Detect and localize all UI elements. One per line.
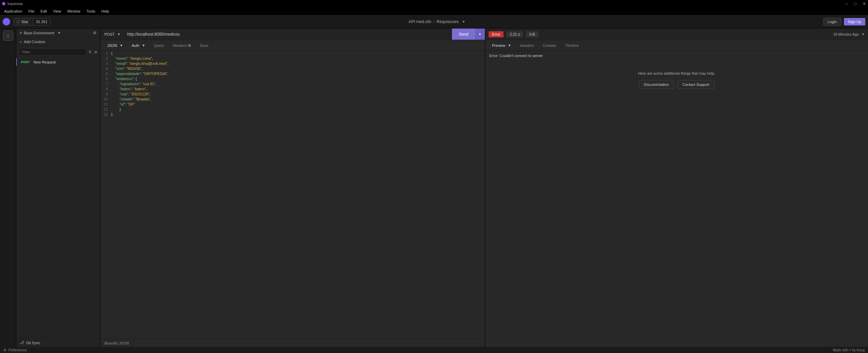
statusbar: ⚙ Preferences Made with ♥ by Kong xyxy=(0,347,868,353)
method-selector[interactable]: POST ▼ xyxy=(100,29,124,40)
menu-window[interactable]: Window xyxy=(64,8,83,14)
method-badge: POST xyxy=(21,60,30,64)
tab-resp-timeline[interactable]: Timeline xyxy=(561,41,583,50)
menu-view[interactable]: View xyxy=(51,8,64,14)
response-panel: Error 2.21 s 0 B 18 Minutes Ago ▼ Previe… xyxy=(485,29,868,347)
tab-resp-cookies[interactable]: Cookies xyxy=(539,41,560,50)
chevron-down-icon: ▼ xyxy=(862,33,865,36)
tab-docs[interactable]: Docs xyxy=(196,41,212,50)
environment-label: Base Environment xyxy=(24,31,54,35)
help-text: Here are some additional things that may… xyxy=(489,71,864,75)
tab-preview[interactable]: Preview▼ xyxy=(488,41,515,50)
error-message: Error: Couldn't connect to server xyxy=(489,54,864,58)
rail: ⌂ xyxy=(0,29,16,347)
git-sync-label: Git Sync xyxy=(26,341,40,345)
menu-edit[interactable]: Edit xyxy=(38,8,50,14)
chevron-down-icon: ▼ xyxy=(120,44,123,47)
menu-file[interactable]: File xyxy=(26,8,37,14)
git-sync-button[interactable]: ⎇ Git Sync xyxy=(16,338,100,347)
home-icon: ⌂ xyxy=(6,33,9,38)
request-panel: POST ▼ Send ▼ JSON▼ Auth▼ Query Headers … xyxy=(100,29,485,347)
titlebar: Insomnia ─ □ ✕ xyxy=(0,0,868,7)
maximize-icon[interactable]: □ xyxy=(854,1,856,6)
breadcrumb-project[interactable]: API med.clin xyxy=(409,19,431,24)
chevron-down-icon: ▼ xyxy=(117,33,120,36)
tab-auth-label: Auth xyxy=(132,43,139,48)
menu-help[interactable]: Help xyxy=(99,8,112,14)
documentation-button[interactable]: Documentation xyxy=(639,80,674,89)
chevron-down-icon[interactable]: ▼ xyxy=(462,20,465,23)
gear-icon: ⚙ xyxy=(3,348,6,352)
app-icon xyxy=(2,2,5,5)
tab-body-label: JSON xyxy=(107,43,117,48)
request-item[interactable]: POST New Request xyxy=(16,58,100,66)
github-star-button[interactable]: ◌Star 31.251 xyxy=(14,18,51,25)
add-icon[interactable]: ⊕ xyxy=(94,50,97,54)
star-label: Star xyxy=(21,20,28,24)
tab-auth[interactable]: Auth▼ xyxy=(127,41,149,50)
history-dropdown[interactable]: 18 Minutes Ago ▼ xyxy=(833,32,865,36)
history-label: 18 Minutes Ago xyxy=(833,32,859,36)
request-name: New Request xyxy=(34,60,56,64)
breadcrumb-sep: / xyxy=(433,19,434,24)
tab-preview-label: Preview xyxy=(492,43,505,48)
env-dot-icon xyxy=(20,32,22,34)
home-button[interactable]: ⌂ xyxy=(3,31,13,41)
menubar: Application File Edit View Window Tools … xyxy=(0,7,868,15)
star-count: 31.251 xyxy=(33,18,50,25)
add-cookies-button[interactable]: ○ Add Cookies xyxy=(16,37,100,46)
status-badge: Error xyxy=(489,31,504,37)
environment-selector[interactable]: Base Environment ▼ xyxy=(20,31,61,35)
response-size: 0 B xyxy=(526,31,538,37)
tab-query[interactable]: Query xyxy=(150,41,168,50)
request-list: POST New Request xyxy=(16,58,100,338)
contact-support-button[interactable]: Contact Support xyxy=(677,80,715,89)
menu-tools[interactable]: Tools xyxy=(84,8,98,14)
branch-icon: ⎇ xyxy=(20,340,24,345)
method-label: POST xyxy=(104,32,115,36)
sort-icon[interactable]: ⇅ xyxy=(88,50,92,54)
response-time: 2.21 s xyxy=(506,31,523,37)
minimize-icon[interactable]: ─ xyxy=(845,1,848,6)
app-title: Insomnia xyxy=(7,2,23,6)
menu-application[interactable]: Application xyxy=(1,8,25,14)
url-input[interactable] xyxy=(124,29,452,40)
send-button[interactable]: Send xyxy=(452,29,475,40)
tab-resp-headers[interactable]: Headers xyxy=(516,41,538,50)
tab-headers-label: Headers xyxy=(173,43,187,48)
toolbar: ◌Star 31.251 API med.clin / Requisicoes … xyxy=(0,15,868,29)
close-icon[interactable]: ✕ xyxy=(863,1,866,6)
add-cookies-label: Add Cookies xyxy=(24,40,45,44)
tab-body[interactable]: JSON▼ xyxy=(103,41,127,50)
filter-input[interactable] xyxy=(19,48,86,56)
preferences-label: Preferences xyxy=(8,348,27,352)
made-by-kong[interactable]: Made with ♥ by Kong xyxy=(833,348,865,352)
signup-button[interactable]: Sign Up xyxy=(844,18,865,25)
headers-badge xyxy=(188,44,191,47)
avatar[interactable] xyxy=(3,18,10,25)
cookie-icon: ○ xyxy=(20,40,22,44)
code-editor[interactable]: 1{2 "nome": "Sergio Lima",3 "email": "se… xyxy=(100,51,485,339)
breadcrumb-collection[interactable]: Requisicoes xyxy=(437,19,459,24)
beautify-button[interactable]: Beautify JSON xyxy=(100,339,485,347)
sidebar: Base Environment ▼ ⚙ ○ Add Cookies ⇅ ⊕ P… xyxy=(16,29,100,347)
send-dropdown[interactable]: ▼ xyxy=(475,29,485,40)
chevron-down-icon: ▼ xyxy=(142,44,145,47)
send-label: Send xyxy=(459,32,468,37)
chevron-down-icon: ▼ xyxy=(508,44,511,47)
gear-icon[interactable]: ⚙ xyxy=(93,31,97,35)
preferences-button[interactable]: ⚙ Preferences xyxy=(3,348,27,352)
login-button[interactable]: Login xyxy=(823,18,841,26)
chevron-down-icon: ▼ xyxy=(58,31,61,35)
github-icon: ◌ xyxy=(17,19,20,24)
tab-headers[interactable]: Headers xyxy=(169,41,195,50)
